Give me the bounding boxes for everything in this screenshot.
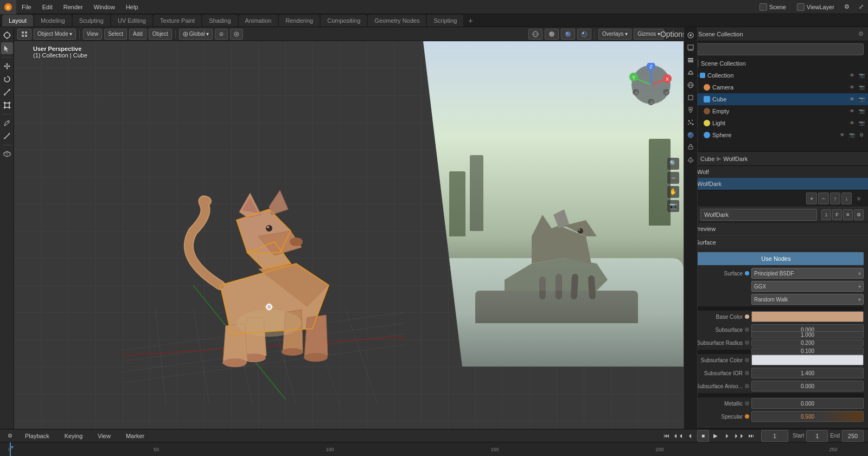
scale-tool[interactable] <box>1 86 13 98</box>
outliner-item-camera[interactable]: Camera 👁 📷 <box>684 81 868 93</box>
end-frame-input[interactable]: 250 <box>842 430 864 442</box>
jump-end-btn[interactable]: ⏭ <box>746 431 757 441</box>
preview-section-header[interactable]: ▶ Preview <box>684 222 868 235</box>
subsurface-method-dropdown[interactable]: Random Walk ▾ <box>751 294 864 305</box>
visibility-btn-sphere[interactable]: 👁 <box>838 131 846 139</box>
tab-layout[interactable]: Layout <box>2 15 33 27</box>
gizmo-btn[interactable]: Gizmos ▾ <box>634 29 664 40</box>
view-layer-selector[interactable]: ViewLayer <box>792 0 840 14</box>
transform-orientation[interactable]: Global ▾ <box>179 29 213 40</box>
material-move-up-btn[interactable]: ↑ <box>830 192 840 204</box>
tab-uv-editing[interactable]: UV Editing <box>111 15 152 27</box>
render-props-btn[interactable] <box>685 29 697 41</box>
subsurface-radius-z[interactable]: 0.100 <box>751 348 864 355</box>
main-viewport[interactable]: User Perspective (1) Collection | Cube <box>14 41 684 429</box>
add-menu[interactable]: Add <box>129 29 146 40</box>
material-unlink-btn[interactable]: ✕ <box>843 209 853 220</box>
breadcrumb-material[interactable]: WolfDark <box>723 156 748 162</box>
tab-compositing[interactable]: Compositing <box>321 15 367 27</box>
render-btn-sphere[interactable]: 📷 <box>847 131 856 139</box>
menu-file[interactable]: File <box>16 0 37 14</box>
rendered-mode-btn[interactable] <box>577 29 591 40</box>
editor-type-dropdown[interactable] <box>17 29 31 40</box>
outliner-search[interactable]: 🔍 <box>688 43 864 55</box>
tab-geometry-nodes[interactable]: Geometry Nodes <box>368 15 426 27</box>
render-btn-camera[interactable]: 📷 <box>857 83 866 92</box>
material-name-input[interactable] <box>700 209 817 221</box>
tab-rendering[interactable]: Rendering <box>279 15 320 27</box>
select-tool[interactable] <box>1 42 13 54</box>
render-btn-collection[interactable]: 📷 <box>857 71 866 80</box>
proportional-edit-btn[interactable] <box>230 29 243 40</box>
base-color-swatch[interactable] <box>751 311 864 322</box>
navigation-gizmo[interactable]: X Y Z -X -Y -Z <box>629 63 673 106</box>
timeline-editor-type[interactable]: ⚙ <box>4 431 15 441</box>
data-props-btn[interactable] <box>685 154 697 166</box>
measure-tool[interactable] <box>1 130 13 142</box>
world-props-btn[interactable] <box>685 79 697 91</box>
add-workspace-tab[interactable]: + <box>464 15 476 27</box>
material-props-btn[interactable] <box>685 129 697 141</box>
outliner-filter-btn[interactable]: ⚙ <box>858 30 864 37</box>
scene-props-btn[interactable] <box>685 67 697 79</box>
pan-btn[interactable]: ✋ <box>667 186 679 198</box>
specular-value[interactable]: 0.500 <box>751 411 864 422</box>
object-props-btn[interactable] <box>685 92 697 104</box>
breadcrumb-cube[interactable]: Cube <box>700 156 714 162</box>
render-btn-cube[interactable]: 📷 <box>857 95 866 104</box>
outliner-item-empty[interactable]: Empty 👁 📷 <box>684 105 868 117</box>
transform-tool[interactable] <box>1 99 13 111</box>
render-btn-empty[interactable]: 📷 <box>857 107 866 115</box>
subsurface-radius-y[interactable]: 0.200 <box>751 339 864 346</box>
material-add-btn[interactable]: + <box>806 192 817 204</box>
visibility-btn-camera[interactable]: 👁 <box>847 83 856 92</box>
subsurface-ior-value[interactable]: 1.400 <box>751 368 864 378</box>
editor-type-btn[interactable]: ⚙ <box>840 0 854 14</box>
modifier-props-btn[interactable] <box>685 104 697 116</box>
menu-help[interactable]: Help <box>120 0 144 14</box>
viewport-options-btn[interactable]: Options <box>666 27 680 41</box>
metallic-value[interactable]: 0.000 <box>751 398 864 409</box>
visibility-btn-light[interactable]: 👁 <box>847 119 856 127</box>
select-menu[interactable]: Select <box>104 29 127 40</box>
timeline-ruler[interactable]: ▼ 0 50 100 150 200 250 <box>0 442 868 456</box>
outliner-item-cube[interactable]: Cube 👁 📷 <box>684 93 868 105</box>
tab-sculpting[interactable]: Sculpting <box>73 15 110 27</box>
output-props-btn[interactable] <box>685 42 697 54</box>
mode-dropdown[interactable]: Object Mode ▾ <box>34 29 76 40</box>
visibility-btn-empty[interactable]: 👁 <box>847 107 856 115</box>
next-frame-btn[interactable]: ⏵ <box>722 431 733 441</box>
timeline-keying-menu[interactable]: Keying <box>59 431 88 441</box>
menu-edit[interactable]: Edit <box>37 0 58 14</box>
material-item-wolfdark[interactable]: WolfDark <box>684 178 868 190</box>
visibility-btn-cube[interactable]: 👁 <box>847 95 856 104</box>
use-nodes-button[interactable]: Use Nodes <box>688 252 864 265</box>
fullscreen-btn[interactable]: ⤢ <box>854 0 868 14</box>
current-frame-display[interactable]: 1 <box>761 430 788 442</box>
material-move-down-btn[interactable]: ↓ <box>841 192 852 204</box>
snap-btn[interactable] <box>215 29 228 40</box>
object-menu[interactable]: Object <box>149 29 172 40</box>
annotate-tool[interactable] <box>1 117 13 129</box>
jump-next-btn[interactable]: ⏵⏵ <box>734 431 745 441</box>
timeline-playback-menu[interactable]: Playback <box>20 431 55 441</box>
subsurface-radius-x[interactable]: 1.000 <box>751 331 864 338</box>
outliner-item-light[interactable]: Light 👁 📷 <box>684 117 868 129</box>
timeline-view-menu[interactable]: View <box>92 431 116 441</box>
distribution-dropdown[interactable]: GGX ▾ <box>751 281 864 292</box>
outliner-item-scene-collection[interactable]: ▶ Scene Collection <box>684 57 868 69</box>
move-tool[interactable] <box>1 60 13 72</box>
constraint-props-btn[interactable] <box>685 142 697 153</box>
prev-frame-btn[interactable]: ⏴ <box>685 431 696 441</box>
outliner-item-collection[interactable]: ▶ Collection 👁 📷 <box>684 69 868 81</box>
stop-btn[interactable]: ■ <box>697 430 709 442</box>
material-item-wolf[interactable]: Wolf <box>684 166 868 178</box>
tab-shading[interactable]: Shading <box>202 15 237 27</box>
jump-back-btn[interactable]: ⏴⏴ <box>673 431 684 441</box>
tab-modeling[interactable]: Modeling <box>34 15 72 27</box>
overlay-btn[interactable]: Overlays ▾ <box>598 29 631 40</box>
menu-window[interactable]: Window <box>88 0 120 14</box>
render-btn-light[interactable]: 📷 <box>857 119 866 127</box>
tab-animation[interactable]: Animation <box>239 15 278 27</box>
visibility-btn-collection[interactable]: 👁 <box>847 71 856 80</box>
